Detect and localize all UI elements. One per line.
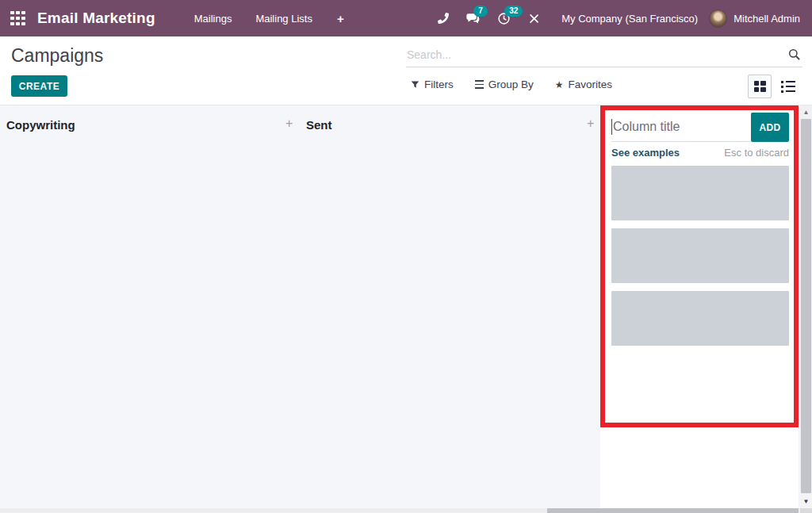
ghost-card xyxy=(611,228,789,283)
quick-add-icon-copywriting[interactable]: + xyxy=(285,117,293,130)
scrollbar-corner xyxy=(800,508,812,513)
company-switcher[interactable]: My Company (San Francisco) xyxy=(549,13,709,25)
create-button[interactable]: CREATE xyxy=(11,75,67,97)
group-by-label: Group By xyxy=(488,78,534,90)
voip-phone-icon[interactable] xyxy=(429,8,458,29)
filters-label: Filters xyxy=(424,78,454,90)
group-by-dropdown[interactable]: Group By xyxy=(475,78,534,90)
menu-mailings[interactable]: Mailings xyxy=(182,2,244,36)
favorites-dropdown[interactable]: ★ Favorites xyxy=(555,78,612,90)
plus-menu-icon[interactable]: + xyxy=(324,1,357,36)
group-by-icon xyxy=(475,80,484,88)
messages-button[interactable]: 7 xyxy=(458,7,488,30)
control-panel: Campaigns Search... CREATE Filters Group… xyxy=(0,36,812,105)
filters-dropdown[interactable]: Filters xyxy=(411,78,454,90)
app-name[interactable]: Email Marketing xyxy=(37,10,155,27)
navbar-left: Email Marketing Mailings Mailing Lists + xyxy=(0,1,357,36)
search-icon[interactable] xyxy=(787,48,801,64)
list-view-button[interactable] xyxy=(779,77,798,96)
horizontal-scrollbar[interactable] xyxy=(0,508,800,513)
apps-menu-icon[interactable] xyxy=(10,11,25,26)
navbar-right: 7 32 My Company (San Francisco) Mitchell… xyxy=(429,7,812,30)
quick-add-icon-sent[interactable]: + xyxy=(587,117,594,130)
see-examples-link[interactable]: See examples xyxy=(611,147,680,159)
scroll-up-arrow-icon[interactable]: ▲ xyxy=(800,105,812,119)
page-title: Campaigns xyxy=(11,45,103,67)
ghost-card-list xyxy=(611,166,789,346)
kanban-view-icon xyxy=(754,81,766,92)
user-menu[interactable]: Mitchell Admin xyxy=(709,10,812,28)
tools-icon xyxy=(528,13,540,25)
ghost-card xyxy=(611,291,789,346)
list-view-icon xyxy=(781,81,795,93)
top-navbar: Email Marketing Mailings Mailing Lists +… xyxy=(0,0,812,36)
column-title-placeholder: Column title xyxy=(613,120,680,134)
kanban-board: Copywriting + Sent + Column title ADD Se… xyxy=(0,105,800,508)
view-switcher xyxy=(748,75,798,98)
app-window: Email Marketing Mailings Mailing Lists +… xyxy=(0,0,812,513)
messages-count-badge: 7 xyxy=(473,6,488,17)
horizontal-scrollbar-thumb[interactable] xyxy=(547,508,799,513)
quick-create-input-row: Column title ADD xyxy=(611,113,789,142)
text-cursor xyxy=(611,119,612,135)
column-title-sent[interactable]: Sent xyxy=(306,118,332,132)
favorites-label: Favorites xyxy=(569,78,613,90)
debug-tools-button[interactable] xyxy=(519,8,549,29)
user-name: Mitchell Admin xyxy=(733,13,800,25)
add-column-button[interactable]: ADD xyxy=(751,113,789,142)
menu-mailing-lists[interactable]: Mailing Lists xyxy=(243,2,324,36)
star-icon: ★ xyxy=(555,79,564,90)
kanban-view-button[interactable] xyxy=(748,75,772,98)
vertical-scrollbar-thumb[interactable] xyxy=(801,119,811,493)
column-title-copywriting[interactable]: Copywriting xyxy=(6,118,75,132)
column-quick-create-panel: Column title ADD See examples Esc to dis… xyxy=(600,105,799,508)
search-placeholder: Search... xyxy=(407,48,451,61)
scroll-down-arrow-icon[interactable]: ▼ xyxy=(800,494,812,508)
phone-icon xyxy=(438,13,449,24)
esc-to-discard-hint: Esc to discard xyxy=(724,147,789,159)
filter-bar: Filters Group By ★ Favorites xyxy=(411,78,612,90)
column-title-input[interactable]: Column title xyxy=(611,113,751,142)
ghost-card xyxy=(611,166,789,220)
quick-create-links-row: See examples Esc to discard xyxy=(611,147,789,159)
user-avatar xyxy=(709,10,727,28)
vertical-scrollbar[interactable]: ▲ ▼ xyxy=(800,105,812,508)
navbar-menus: Mailings Mailing Lists + xyxy=(182,1,357,36)
activities-button[interactable]: 32 xyxy=(488,7,519,30)
search-input[interactable]: Search... xyxy=(406,44,802,67)
filter-funnel-icon xyxy=(411,80,419,89)
